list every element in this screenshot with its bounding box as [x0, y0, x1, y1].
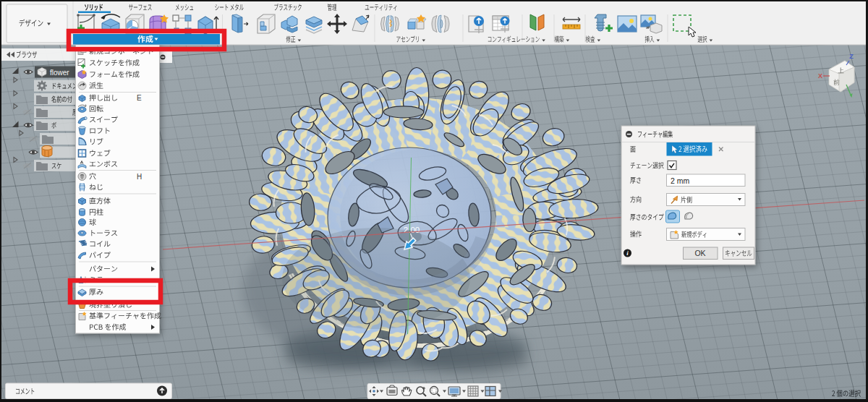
- svg-text:E: E: [137, 94, 142, 102]
- svg-text:X: X: [818, 72, 822, 80]
- svg-text:2.00: 2.00: [404, 226, 420, 234]
- svg-text:Z: Z: [849, 53, 854, 60]
- svg-text:flower: flower: [50, 69, 69, 77]
- svg-text:2 mm: 2 mm: [671, 176, 690, 185]
- svg-text:OK: OK: [694, 249, 705, 257]
- svg-text:H: H: [137, 173, 142, 181]
